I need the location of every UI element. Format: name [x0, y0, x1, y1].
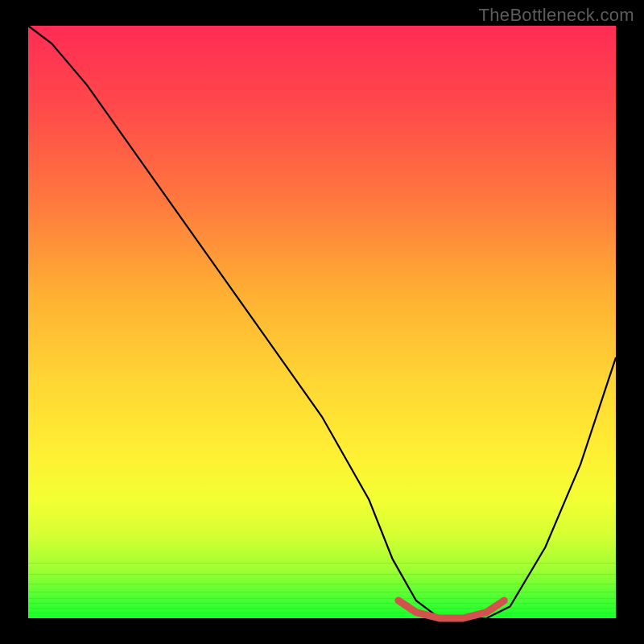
- chart-stage: TheBottleneck.com: [0, 0, 644, 644]
- highlight-trough: [398, 601, 504, 618]
- watermark-label: TheBottleneck.com: [479, 5, 634, 26]
- curve-svg: [28, 26, 616, 618]
- plot-area: [28, 26, 616, 618]
- bottleneck-curve: [28, 26, 616, 618]
